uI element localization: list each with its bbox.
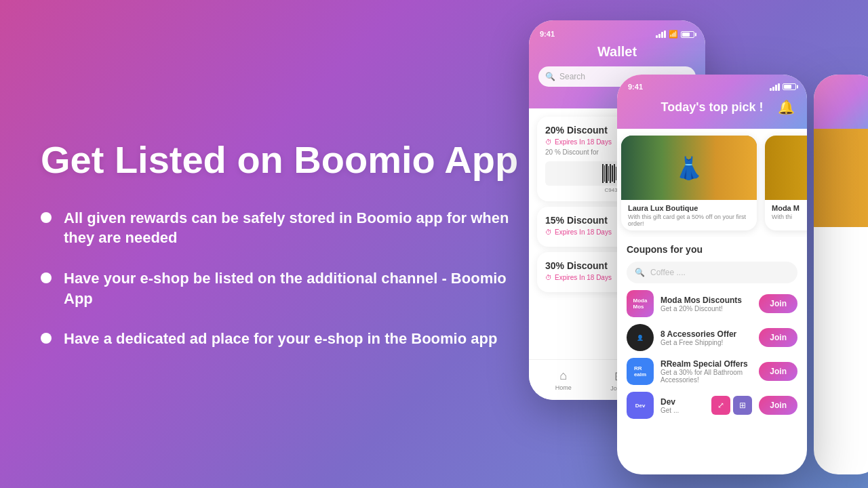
bullet-dot-2 [41,272,52,283]
expand-icon: ⤢ [711,396,730,415]
coupon-search-icon: 🔍 [635,268,645,277]
pick-image-1: 👗 [621,136,757,200]
pick-info-2: Moda M With thi [765,200,807,224]
extra-phone-image [814,129,868,227]
pick-card-1[interactable]: 👗 Laura Lux Boutique With this gift card… [621,136,757,230]
coupon-row-1: ModaMos Moda Mos Discounts Get a 20% Dis… [627,290,797,317]
extra-phone-header [814,75,868,129]
clock-icon-1: ⏱ [545,138,552,146]
coupon-row-3: RRealm RRealm Special Offers Get a 30% f… [627,358,797,385]
dev-action-icons: ⤢ ⊞ [711,396,752,415]
coupon-row-2: 👤 8 Accessories Offer Get a Free Shippin… [627,324,797,351]
coupon-sub-1: Get a 20% Discount! [660,305,752,312]
pick-name-2: Moda M [772,204,807,212]
pick-battery-icon [783,83,796,90]
signal-bar-4 [664,30,666,38]
bullet-item-3: Have a dedicated ad place for your e-sho… [41,329,529,349]
coupon-info-2: 8 Accessories Offer Get a Free Shipping! [660,329,752,346]
coupon-name-4: Dev [660,397,705,407]
coupon-info-3: RRealm Special Offers Get a 30% for All … [660,359,752,384]
status-bar-wallet: 9:41 📶 [529,30,705,39]
main-title: Get Listed on Boomio App [41,139,529,181]
coupon-sub-3: Get a 30% for All Bathroom Accessories! [660,369,752,384]
pick-card-2[interactable]: Moda M With thi [765,136,807,230]
battery-icon [681,31,694,38]
coupon-sub-4: Get ... [660,407,705,414]
pick-battery-tip [797,85,798,89]
pick-info-1: Laura Lux Boutique With this gift card g… [621,200,757,230]
signal-bar-2 [658,34,660,38]
join-btn-2[interactable]: Join [759,328,797,347]
pick-signal-icon [770,83,780,91]
bullet-list: All given rewards can be safely stored i… [41,208,529,349]
pick-title: Today's top pick ! [661,100,764,115]
phones-container: 9:41 📶 Wallet 🔍 [509,0,868,488]
bullet-text-2: Have your e-shop be listed on the additi… [64,268,529,308]
clock-icon-2: ⏱ [545,228,552,236]
grid-icon: ⊞ [733,396,752,415]
nav-home-label: Home [555,384,572,391]
battery-fill [682,33,690,37]
wallet-time: 9:41 [540,30,555,39]
b3 [606,164,608,183]
signal-icon [656,30,666,38]
pick-name-1: Laura Lux Boutique [628,204,750,212]
b4 [608,166,609,181]
wifi-icon: 📶 [669,30,678,39]
coupon-info-4: Dev Get ... [660,397,705,414]
b5 [610,164,611,183]
left-content: Get Listed on Boomio App All given rewar… [41,139,529,349]
search-icon: 🔍 [545,72,555,81]
join-btn-3[interactable]: Join [759,362,797,381]
pick-battery-fill [784,85,791,89]
notification-bell[interactable]: 🔔 [778,99,795,115]
join-btn-1[interactable]: Join [759,294,797,313]
b1 [602,164,604,183]
bullet-dot-1 [41,212,52,223]
ps2 [772,87,774,91]
coupon-logo-4: Dev [627,392,654,419]
b8 [616,167,616,180]
pick-phone-header: 9:41 Today's top pick ! 🔔 [617,75,807,129]
clothes-icon: 👗 [675,155,703,181]
coupon-logo-1: ModaMos [627,290,654,317]
signal-bar-3 [661,32,663,38]
coupons-title: Coupons for you [627,244,797,255]
wallet-title: Wallet [597,44,637,60]
b7 [614,164,615,183]
coupon-info-1: Moda Mos Discounts Get a 20% Discount! [660,296,752,312]
signal-bar-1 [656,35,658,38]
pick-phone: 9:41 Today's top pick ! 🔔 [617,75,807,474]
ps3 [775,85,777,91]
coupon-logo-2: 👤 [627,324,654,351]
coupon-search-placeholder: Coffee .... [650,268,686,277]
coupon-sub-2: Get a Free Shipping! [660,339,752,346]
top-pick-carousel: 👗 Laura Lux Boutique With this gift card… [617,129,807,237]
coupon-name-3: RRealm Special Offers [660,359,752,369]
coupon-search-bar[interactable]: 🔍 Coffee .... [627,262,797,283]
bullet-text-1: All given rewards can be safely stored i… [64,208,529,248]
ps4 [778,83,780,91]
pick-status-icons [770,83,796,91]
bullet-text-3: Have a dedicated ad place for your e-sho… [64,329,497,349]
coupon-row-4: Dev Dev Get ... ⤢ ⊞ Join [627,392,797,419]
clock-icon-3: ⏱ [545,274,552,281]
status-icons: 📶 [656,30,694,39]
pick-desc-2: With thi [772,214,807,220]
home-icon: ⌂ [559,369,567,383]
b6 [612,165,613,182]
bullet-item-1: All given rewards can be safely stored i… [41,208,529,248]
b2 [604,165,605,182]
ps1 [770,88,772,91]
coupon-name-1: Moda Mos Discounts [660,296,752,305]
bullet-dot-3 [41,333,52,344]
coupon-name-2: 8 Accessories Offer [660,329,752,339]
nav-home[interactable]: ⌂ Home [555,369,572,391]
pick-time: 9:41 [628,83,643,91]
pick-desc-1: With this gift card get a 50% off on you… [628,214,750,227]
bullet-item-2: Have your e-shop be listed on the additi… [41,268,529,308]
battery-tip [695,33,696,36]
join-btn-4[interactable]: Join [759,396,797,415]
status-bar-pick: 9:41 [617,83,807,91]
extra-phone [814,75,868,474]
